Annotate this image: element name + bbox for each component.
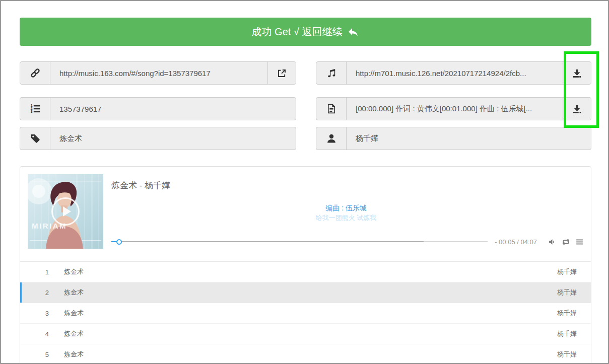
song-url-field[interactable]: http://music.163.com/#/song?id=135737961… (50, 62, 267, 84)
progress-thumb[interactable] (116, 239, 122, 245)
progress-loaded (111, 241, 424, 242)
song-name-group: 炼金术 (20, 127, 296, 150)
lyric-group: [00:00.000] 作词 : 黄伟文[00:01.000] 作曲 : 伍乐城… (316, 97, 591, 120)
song-id-field[interactable]: 1357379617 (50, 98, 296, 120)
track-title: 炼金术 (64, 267, 84, 276)
volume-icon[interactable] (548, 238, 557, 246)
track-title: 炼金术 (64, 350, 84, 359)
user-icon (316, 127, 347, 150)
track-number: 1 (20, 268, 49, 276)
download-audio-button[interactable] (563, 62, 591, 84)
track-number: 4 (20, 330, 49, 338)
track-artist: 杨千嬅 (557, 309, 591, 318)
album-cover[interactable]: MIRIAM (28, 174, 103, 249)
playlist: 1 炼金术 杨千嬅 2 炼金术 杨千嬅 3 炼金术 杨千嬅 4 炼金术 杨千嬅 … (20, 261, 591, 364)
track-title: 炼金术 (64, 329, 84, 338)
playlist-row-active[interactable]: 2 炼金术 杨千嬅 (20, 282, 591, 303)
track-number: 2 (20, 289, 49, 297)
player-controls: - 00:05 / 04:07 (111, 234, 584, 249)
progress-played (111, 241, 119, 242)
reply-icon (347, 26, 359, 38)
track-number: 5 (20, 351, 49, 358)
download-icon (572, 104, 582, 114)
download-lyric-button[interactable] (563, 98, 591, 120)
progress-bar[interactable] (111, 241, 488, 242)
lyric-next-line: 给我一团熊火 试炼我 (111, 213, 581, 223)
playlist-row[interactable]: 1 炼金术 杨千嬅 (20, 262, 591, 282)
lyrics: 编曲 : 伍乐城 给我一团熊火 试炼我 (111, 203, 581, 223)
artist-group: 杨千嬅 (316, 127, 591, 150)
track-artist: 杨千嬅 (557, 350, 591, 359)
track-number: 3 (20, 310, 49, 317)
page: 成功 Get √ 返回继续 http://music.163.com/#/son… (0, 0, 609, 364)
playlist-row[interactable]: 5 炼金术 杨千嬅 (20, 344, 591, 364)
track-title: 炼金术 (64, 288, 84, 297)
lyric-field[interactable]: [00:00.000] 作词 : 黄伟文[00:01.000] 作曲 : 伍乐城… (347, 98, 563, 120)
external-link-icon (277, 68, 287, 79)
menu-icon[interactable] (575, 238, 584, 246)
playlist-row[interactable]: 3 炼金术 杨千嬅 (20, 303, 591, 324)
song-id-group: 123 1357379617 (20, 97, 296, 120)
play-button[interactable] (51, 197, 80, 226)
success-banner-button[interactable]: 成功 Get √ 返回继续 (20, 18, 591, 46)
list-ol-icon: 123 (20, 98, 50, 120)
banner-label: 成功 Get √ 返回继续 (252, 25, 343, 39)
audio-url-field[interactable]: http://m701.music.126.net/20210717214924… (347, 62, 563, 84)
song-url-group: http://music.163.com/#/song?id=135737961… (20, 61, 296, 85)
file-text-icon (316, 98, 347, 120)
player-card: MIRIAM 炼金术 - 杨千嬅 编曲 : 伍乐城 给我一团熊火 试炼我 - 0… (20, 166, 591, 364)
time-display: - 00:05 / 04:07 (495, 238, 537, 246)
track-title: 炼金术 (64, 309, 84, 318)
svg-text:3: 3 (30, 110, 32, 113)
tag-icon (20, 127, 50, 150)
lyric-current-line: 编曲 : 伍乐城 (111, 203, 581, 213)
music-icon (316, 62, 347, 84)
open-song-page-button[interactable] (267, 62, 296, 84)
artist-field[interactable]: 杨千嬅 (347, 127, 591, 150)
playlist-row[interactable]: 4 炼金术 杨千嬅 (20, 324, 591, 344)
track-artist: 杨千嬅 (557, 329, 591, 338)
song-name-field[interactable]: 炼金术 (50, 127, 296, 150)
download-icon (572, 68, 582, 79)
track-artist: 杨千嬅 (557, 267, 591, 276)
loop-icon[interactable] (562, 238, 570, 246)
link-icon (20, 62, 50, 84)
track-artist: 杨千嬅 (557, 288, 591, 297)
player-title: 炼金术 - 杨千嬅 (111, 180, 170, 191)
audio-url-group: http://m701.music.126.net/20210717214924… (316, 61, 591, 85)
